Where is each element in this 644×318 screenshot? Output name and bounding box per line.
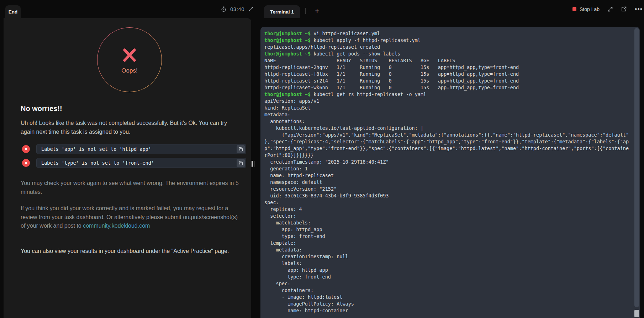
note-review: If you think you did your work correctly… (21, 204, 239, 230)
terminal-line: p":"httpd_app","type":"front-end"}},"spe… (264, 145, 633, 152)
error-x-icon (22, 159, 30, 167)
terminal-line: template: (264, 240, 633, 247)
terminal-line: name: httpd-container (264, 307, 633, 314)
expand-terminal-icon[interactable] (607, 6, 613, 12)
tab-separator (305, 8, 306, 14)
tab-end[interactable]: End (5, 5, 21, 18)
failure-x-icon (122, 48, 137, 63)
terminal-line: selector: (264, 213, 633, 219)
terminal-line: containers: (264, 287, 633, 294)
stop-lab-button[interactable]: Stop Lab (572, 6, 600, 12)
terminal-line: - image: httpd:latest (264, 294, 633, 301)
expand-left-pane-icon[interactable] (248, 6, 254, 12)
terminal-tabbar: Terminal 1 + Stop Lab ••• (257, 0, 644, 18)
terminal-line: app: httpd_app (264, 267, 633, 274)
tab-terminal-label: Terminal 1 (270, 9, 294, 15)
copy-button[interactable] (237, 145, 245, 153)
terminal-line: httpd-replicaset-f8tbx 1/1 Running 0 15s… (264, 71, 633, 78)
error-row: Labels 'type' is not set to 'front-end' (22, 158, 246, 168)
error-message: Labels 'type' is not set to 'front-end' (37, 160, 154, 166)
terminal-line: namespace: default (264, 179, 633, 186)
terminal-line: resourceVersion: "2152" (264, 186, 633, 192)
terminal-line: type: front-end (264, 274, 633, 280)
terminal-line: kubectl.kubernetes.io/last-applied-confi… (264, 125, 633, 132)
timer-icon (221, 6, 226, 12)
terminal-line: thor@jumphost ~$ kubectl apply -f httpd-… (264, 37, 633, 44)
terminal-line: httpd-replicaset-2hgnv 1/1 Running 0 15s… (264, 64, 633, 71)
terminal-scrollbar[interactable] (634, 27, 639, 317)
more-options-icon[interactable]: ••• (635, 6, 643, 12)
error-box: Labels 'type' is not set to 'front-end' (36, 158, 246, 168)
timer-value: 03:40 (230, 6, 244, 12)
terminal-line: imagePullPolicy: Always (264, 301, 633, 307)
terminal-line: httpd-replicaset-sr2t4 1/1 Running 0 15s… (264, 78, 633, 84)
result-message: Uh oh! Looks like the task was not compl… (21, 119, 234, 136)
terminal-line: metadata: (264, 111, 633, 118)
error-message: Labels 'app' is not set to 'httpd_app' (37, 146, 151, 152)
terminal-line: thor@jumphost ~$ kubectl get rs httpd-re… (264, 91, 633, 98)
terminal-line: rPort":80}]}]}}}} (264, 152, 633, 159)
terminal-line: {"apiVersion":"apps/v1","kind":"ReplicaS… (264, 132, 633, 138)
terminal[interactable]: thor@jumphost ~$ vi httpd-replicaset.yml… (260, 27, 640, 318)
result-heading: No worries!! (21, 105, 62, 113)
copy-button[interactable] (237, 159, 245, 167)
terminal-line: creationTimestamp: "2025-10-29T18:40:41Z… (264, 159, 633, 165)
terminal-line: NAME READY STATUS RESTARTS AGE LABELS (264, 57, 633, 64)
terminal-line: kind: ReplicaSet (264, 105, 633, 111)
task-result-panel: Oops! No worries!! Uh oh! Looks like the… (4, 18, 251, 318)
terminal-line: httpd-replicaset-wk6nn 1/1 Running 0 15s… (264, 84, 633, 91)
terminal-line: name: httpd-replicaset (264, 172, 633, 179)
terminal-line: thor@jumphost ~$ vi httpd-replicaset.yml (264, 30, 633, 37)
terminal-line: apiVersion: apps/v1 (264, 98, 633, 105)
terminal-line: spec: (264, 199, 633, 206)
result-status-circle: Oops! (97, 27, 162, 92)
error-box: Labels 'app' is not set to 'httpd_app' (36, 144, 246, 154)
error-row: Labels 'app' is not set to 'httpd_app' (22, 144, 246, 154)
stop-square-icon (572, 7, 576, 11)
community-link[interactable]: community.kodekloud.com (83, 223, 150, 229)
terminal-line: app: httpd_app (264, 226, 633, 233)
note-recheck: You may check your work again to see wha… (21, 179, 239, 196)
terminal-line: replicaset.apps/httpd-replicaset created (264, 44, 633, 51)
pane-resize-handle[interactable] (252, 161, 254, 167)
terminal-line: generation: 1 (264, 165, 633, 172)
terminal-line: annotations: (264, 118, 633, 125)
note-dashboard: You can also view your results in your d… (21, 247, 239, 256)
lab-window: End 03:40 Terminal 1 + (0, 0, 644, 318)
add-terminal-button[interactable]: + (312, 6, 322, 16)
terminal-line: type: front-end (264, 233, 633, 240)
terminal-line: labels: (264, 260, 633, 267)
terminal-line: matchLabels: (264, 219, 633, 226)
oops-label: Oops! (121, 67, 137, 74)
tab-terminal-1[interactable]: Terminal 1 (264, 5, 300, 18)
open-external-icon[interactable] (621, 6, 627, 12)
terminal-line: creationTimestamp: null (264, 253, 633, 260)
stop-lab-label: Stop Lab (580, 6, 600, 12)
terminal-line: uid: 35c61c36-8374-43b4-b3f9-9385f4d3f09… (264, 192, 633, 199)
scrollbar-bottom-thumb[interactable] (634, 310, 639, 317)
tab-end-label: End (9, 9, 18, 15)
terminal-line: replicas: 4 (264, 206, 633, 213)
terminal-line: thor@jumphost ~$ kubectl get pods --show… (264, 51, 633, 57)
terminal-line: },"spec":{"replicas":4,"selector":{"matc… (264, 138, 633, 145)
left-tabbar: End 03:40 (0, 0, 257, 18)
terminal-output: thor@jumphost ~$ vi httpd-replicaset.yml… (264, 30, 633, 318)
scrollbar-thumb[interactable] (634, 28, 639, 307)
error-x-icon (22, 145, 30, 153)
terminal-line: metadata: (264, 247, 633, 253)
terminal-line: spec: (264, 280, 633, 287)
